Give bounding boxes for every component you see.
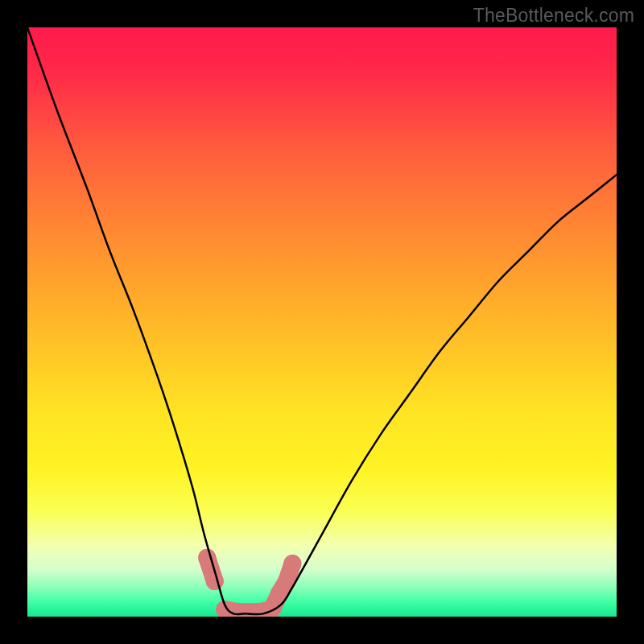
chart-frame: TheBottleneck.com xyxy=(0,0,644,644)
svg-point-18 xyxy=(283,555,301,572)
watermark-text: TheBottleneck.com xyxy=(473,5,634,27)
svg-point-10 xyxy=(206,572,224,590)
bottleneck-curve xyxy=(27,27,617,614)
marker-blobs xyxy=(198,549,301,617)
curve-layer xyxy=(27,27,617,617)
plot-area xyxy=(27,27,617,617)
